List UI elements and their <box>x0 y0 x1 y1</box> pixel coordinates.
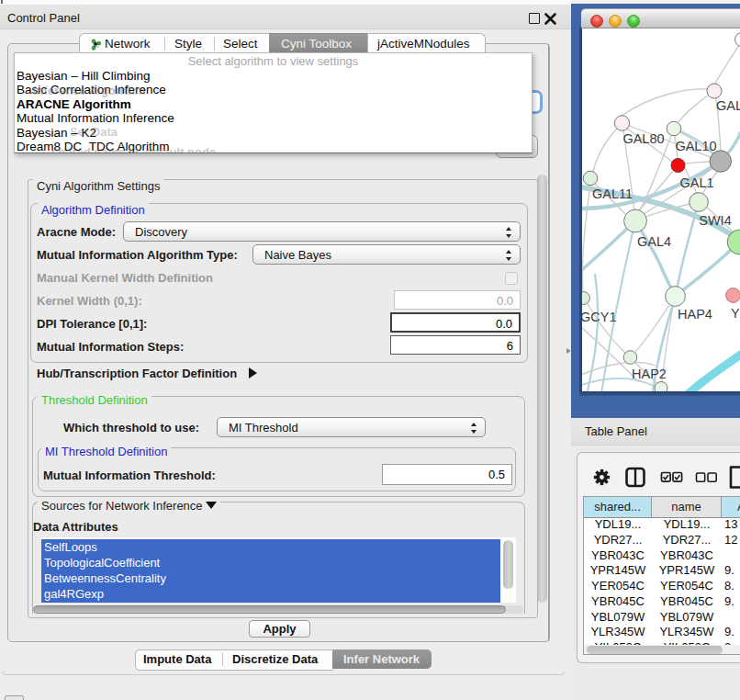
svg-text:GAL4: GAL4 <box>637 234 671 249</box>
svg-text:HAP2: HAP2 <box>632 367 667 381</box>
svg-text:GAL11: GAL11 <box>592 186 633 201</box>
svg-text:GCY1: GCY1 <box>582 310 617 324</box>
svg-text:GAL7: GAL7 <box>716 98 740 113</box>
svg-text:HAP4: HAP4 <box>678 307 712 322</box>
svg-text:SWI4: SWI4 <box>699 213 731 228</box>
svg-text:GAL10: GAL10 <box>675 139 716 153</box>
svg-text:GAL1: GAL1 <box>679 175 713 190</box>
svg-text:YEL: YEL <box>731 306 740 321</box>
svg-text:GAL80: GAL80 <box>622 131 664 146</box>
